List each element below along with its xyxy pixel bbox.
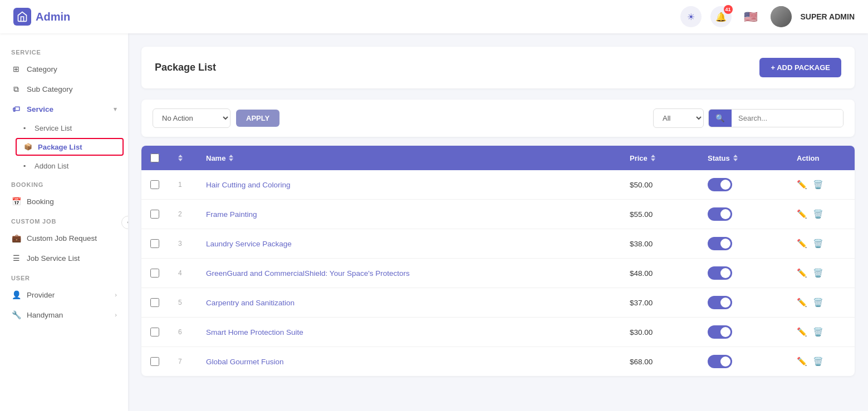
edit-icon[interactable]: ✏️ (797, 239, 807, 249)
row-checkbox[interactable] (150, 269, 159, 278)
row-action-cell: ✏️ 🗑️ (788, 231, 855, 256)
logo-icon (13, 8, 31, 26)
delete-icon[interactable]: 🗑️ (813, 298, 823, 308)
name-sort-up-icon (229, 155, 233, 157)
action-icons: ✏️ 🗑️ (797, 209, 823, 219)
row-action-cell: ✏️ 🗑️ (788, 172, 855, 197)
action-select[interactable]: No Action Delete Active Inactive (153, 108, 231, 128)
data-table: Name Price Status (141, 146, 855, 376)
row-status-cell (699, 318, 788, 346)
edit-icon[interactable]: ✏️ (797, 268, 807, 278)
row-checkbox-cell (141, 202, 169, 226)
tool-icon: 🔧 (11, 310, 21, 320)
sidebar-item-sub-category[interactable]: ⧉ Sub Category (0, 79, 128, 99)
service-submenu: ▪ Service List 📦 Package List ▪ Addon Li… (0, 119, 128, 175)
status-toggle[interactable] (708, 296, 732, 309)
sidebar-item-provider[interactable]: 👤 Provider › (0, 285, 128, 305)
row-name-cell[interactable]: Laundry Service Package (197, 232, 621, 256)
flag-icon: 🇺🇸 (744, 10, 758, 23)
language-button[interactable]: 🇺🇸 (741, 6, 762, 27)
row-status-cell (699, 170, 788, 199)
edit-icon[interactable]: ✏️ (797, 209, 807, 219)
sidebar-item-booking[interactable]: 📅 Booking (0, 191, 128, 211)
row-index-cell: 6 (169, 320, 197, 344)
row-status-cell (699, 288, 788, 317)
sidebar-item-service-list[interactable]: ▪ Service List (11, 119, 128, 137)
delete-icon[interactable]: 🗑️ (813, 268, 823, 278)
edit-icon[interactable]: ✏️ (797, 356, 807, 367)
add-package-button[interactable]: + ADD PACKAGE (759, 58, 841, 77)
row-checkbox[interactable] (150, 239, 159, 248)
row-action-cell: ✏️ 🗑️ (788, 260, 855, 286)
delete-icon[interactable]: 🗑️ (813, 356, 823, 367)
sidebar-label-custom-job-request: Custom Job Request (27, 234, 97, 242)
row-price-cell: $55.00 (621, 202, 699, 226)
sidebar-item-job-service-list[interactable]: ☰ Job Service List (0, 248, 128, 268)
avatar[interactable] (771, 6, 792, 27)
status-toggle[interactable] (708, 325, 732, 339)
sidebar-label-package-list: Package List (38, 143, 82, 151)
row-status-cell (699, 259, 788, 288)
status-toggle[interactable] (708, 178, 732, 191)
th-name[interactable]: Name (197, 146, 621, 170)
chevron-down-icon: ▾ (114, 106, 117, 113)
admin-label: SUPER ADMIN (801, 12, 855, 21)
status-toggle[interactable] (708, 355, 732, 368)
search-button[interactable]: 🔍 (709, 110, 732, 127)
row-checkbox[interactable] (150, 328, 159, 336)
tag-icon: 🏷 (11, 104, 21, 114)
sidebar-item-service[interactable]: 🏷 Service ▾ (0, 99, 128, 119)
status-toggle[interactable] (708, 207, 732, 221)
sidebar-item-package-list[interactable]: 📦 Package List (16, 138, 124, 156)
table-row: 1 Hair Cutting and Coloring $50.00 ✏️ 🗑️ (141, 170, 855, 200)
th-name-label: Name (206, 154, 225, 162)
list-icon: ▪ (20, 123, 29, 132)
user-icon: 👤 (11, 290, 21, 300)
row-index-cell: 2 (169, 202, 197, 226)
delete-icon[interactable]: 🗑️ (813, 209, 823, 219)
notification-button[interactable]: 🔔 41 (710, 6, 732, 27)
th-status[interactable]: Status (699, 146, 788, 170)
row-checkbox[interactable] (150, 357, 159, 366)
table-row: 2 Frame Painting $55.00 ✏️ 🗑️ (141, 200, 855, 229)
delete-icon[interactable]: 🗑️ (813, 239, 823, 249)
row-checkbox[interactable] (150, 180, 159, 189)
delete-icon[interactable]: 🗑️ (813, 327, 823, 337)
status-toggle[interactable] (708, 237, 732, 250)
table-row: 6 Smart Home Protection Suite $30.00 ✏️ … (141, 318, 855, 347)
sidebar-label-job-service-list: Job Service List (27, 254, 80, 263)
briefcase-icon: 💼 (11, 233, 21, 243)
apply-button[interactable]: APPLY (236, 110, 279, 127)
status-toggle[interactable] (708, 266, 732, 280)
status-sort-down-icon (733, 159, 738, 161)
row-checkbox[interactable] (150, 210, 159, 219)
row-checkbox-cell (141, 261, 169, 285)
theme-toggle-button[interactable]: ☀ (680, 6, 702, 27)
delete-icon[interactable]: 🗑️ (813, 180, 823, 190)
row-name-cell[interactable]: Smart Home Protection Suite (197, 320, 621, 344)
select-all-checkbox[interactable] (150, 153, 159, 162)
action-icons: ✏️ 🗑️ (797, 356, 823, 367)
sidebar-item-custom-job-request[interactable]: 💼 Custom Job Request (0, 228, 128, 248)
row-name-cell[interactable]: GreenGuard and CommercialShield: Your Sp… (197, 261, 621, 285)
table-row: 5 Carpentry and Sanitization $37.00 ✏️ 🗑… (141, 288, 855, 318)
edit-icon[interactable]: ✏️ (797, 327, 807, 337)
row-name-cell[interactable]: Hair Cutting and Coloring (197, 173, 621, 197)
status-select[interactable]: All Active Inactive (653, 108, 704, 128)
edit-icon[interactable]: ✏️ (797, 180, 807, 190)
sidebar-item-handyman[interactable]: 🔧 Handyman › (0, 305, 128, 325)
sort-up-icon (178, 155, 183, 157)
th-price[interactable]: Price (621, 146, 699, 170)
table-row: 3 Laundry Service Package $38.00 ✏️ 🗑️ (141, 229, 855, 259)
sidebar-item-addon-list[interactable]: ▪ Addon List (11, 157, 128, 175)
row-name-cell[interactable]: Carpentry and Sanitization (197, 291, 621, 315)
row-price-cell: $37.00 (621, 291, 699, 315)
row-checkbox[interactable] (150, 298, 159, 307)
edit-icon[interactable]: ✏️ (797, 298, 807, 308)
search-input[interactable] (732, 110, 843, 127)
row-name-cell[interactable]: Frame Painting (197, 202, 621, 226)
row-name-cell[interactable]: Global Gourmet Fusion (197, 350, 621, 374)
sidebar-item-category[interactable]: ⊞ Category (0, 59, 128, 79)
th-price-label: Price (630, 154, 648, 162)
row-price-cell: $50.00 (621, 173, 699, 197)
